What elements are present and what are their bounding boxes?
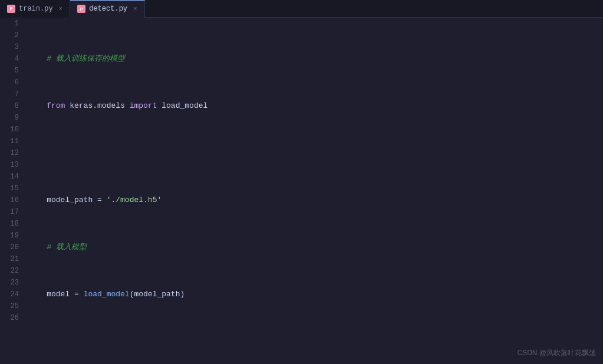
code-line-3 xyxy=(28,147,603,159)
code-line-5: # 载入模型 xyxy=(28,241,603,253)
line-numbers: 1 2 3 4 5 6 7 8 9 10 11 12 13 14 15 16 1… xyxy=(0,18,24,364)
tab-train-label: train.py xyxy=(19,5,53,13)
watermark: CSDN @风吹落叶花飘荡 xyxy=(517,348,596,358)
tab-detect-close[interactable]: × xyxy=(133,5,137,12)
tab-train-icon: P xyxy=(7,5,15,13)
editor-area: 1 2 3 4 5 6 7 8 9 10 11 12 13 14 15 16 1… xyxy=(0,18,603,364)
code-line-2: from keras.models import load_model xyxy=(28,100,603,112)
tab-train[interactable]: P train.py × xyxy=(0,0,70,18)
code-content[interactable]: # 载入训练保存的模型 from keras.models import loa… xyxy=(24,18,603,364)
code-line-4: model_path = './model.h5' xyxy=(28,194,603,206)
tab-detect-label: detect.py xyxy=(89,5,127,13)
code-line-1: # 载入训练保存的模型 xyxy=(28,53,603,65)
code-line-7 xyxy=(28,336,603,348)
tab-detect[interactable]: P detect.py × xyxy=(70,0,144,18)
tab-detect-icon: P xyxy=(77,5,85,13)
tab-train-close[interactable]: × xyxy=(59,5,63,12)
code-line-6: model = load_model(model_path) xyxy=(28,289,603,300)
tab-bar: P train.py × P detect.py × xyxy=(0,0,603,18)
